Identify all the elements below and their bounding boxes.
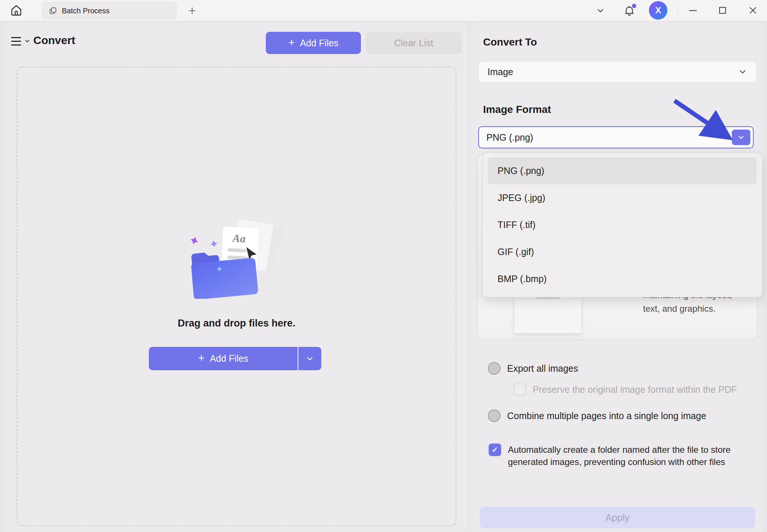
- format-preview-thumbnail: [515, 292, 581, 333]
- add-files-dropdown-button[interactable]: [298, 347, 321, 370]
- minimize-button[interactable]: [684, 4, 702, 17]
- add-files-button-top[interactable]: + Add Files: [266, 32, 361, 54]
- empty-state-illustration: Aa: [187, 219, 287, 299]
- home-icon: [10, 4, 23, 17]
- auto-folder-label: Automatically create a folder named afte…: [508, 444, 745, 468]
- notification-dot: [632, 4, 636, 8]
- chevron-down-icon: [305, 354, 314, 363]
- apply-button[interactable]: Apply: [480, 507, 755, 528]
- format-option-jpeg[interactable]: JPEG (.jpg): [488, 184, 757, 211]
- format-option-bmp[interactable]: BMP (.bmp): [488, 265, 757, 292]
- sidebar-divider: [480, 435, 755, 436]
- batch-process-icon: [48, 6, 57, 15]
- image-format-value: PNG (.png): [486, 132, 533, 143]
- hamburger-menu-icon: [11, 37, 21, 46]
- format-option-png[interactable]: PNG (.png): [488, 157, 757, 184]
- image-format-menu: PNG (.png) JPEG (.jpg) TIFF (.tif) GIF (…: [482, 153, 762, 297]
- apply-label: Apply: [605, 512, 629, 523]
- bell-icon: [623, 4, 636, 17]
- close-button[interactable]: [743, 4, 763, 17]
- add-files-label: Add Files: [210, 353, 248, 364]
- svg-text:Aa: Aa: [232, 232, 246, 245]
- preserve-format-checkbox[interactable]: [514, 384, 526, 396]
- new-tab-button[interactable]: [186, 4, 198, 17]
- preserve-format-label: Preserve the original image format withi…: [533, 384, 737, 395]
- chevron-down-icon: [596, 6, 605, 16]
- maximize-icon: [717, 5, 728, 16]
- check-icon: ✓: [492, 445, 498, 454]
- tab-batch-process[interactable]: Batch Process: [42, 1, 177, 20]
- clear-list-button[interactable]: Clear List: [366, 32, 462, 54]
- image-format-heading: Image Format: [483, 104, 551, 116]
- convert-to-select[interactable]: Image: [478, 61, 757, 83]
- dropzone-text: Drag and drop files here.: [17, 318, 456, 329]
- collapse-toolbar-button[interactable]: [594, 5, 607, 16]
- plus-icon: [187, 6, 197, 16]
- auto-folder-checkbox[interactable]: ✓: [489, 444, 501, 456]
- titlebar: Batch Process X: [0, 0, 767, 21]
- chevron-down-icon: [737, 133, 745, 141]
- sidebar-menu-button[interactable]: [11, 35, 34, 47]
- page-title: Convert: [33, 34, 75, 47]
- chevron-down-icon: [738, 67, 747, 77]
- avatar-letter: X: [655, 5, 661, 16]
- convert-to-value: Image: [488, 67, 513, 77]
- plus-icon: +: [288, 37, 295, 48]
- combine-pages-option: Combine multiple pages into a single lon…: [488, 409, 706, 422]
- combine-pages-radio[interactable]: [488, 409, 500, 422]
- add-files-split-button: + Add Files: [149, 347, 321, 370]
- clear-list-label: Clear List: [394, 38, 433, 48]
- minimize-icon: [687, 5, 699, 16]
- export-all-images-radio[interactable]: [488, 362, 500, 375]
- export-all-images-option: Export all images: [488, 362, 578, 375]
- sparkle-purple: [189, 236, 200, 245]
- chevron-down-icon: [24, 38, 31, 44]
- home-button[interactable]: [8, 2, 24, 19]
- titlebar-divider: [677, 5, 678, 16]
- plus-icon: +: [198, 352, 205, 364]
- convert-to-heading: Convert To: [483, 36, 537, 48]
- format-option-gif[interactable]: GIF (.gif): [488, 238, 757, 265]
- export-all-images-label: Export all images: [507, 363, 578, 374]
- format-option-tiff[interactable]: TIFF (.tif): [488, 211, 757, 238]
- tab-label: Batch Process: [62, 7, 110, 15]
- image-format-select[interactable]: PNG (.png): [478, 126, 754, 148]
- add-files-button-main[interactable]: + Add Files: [149, 347, 298, 370]
- add-files-label: Add Files: [300, 38, 338, 48]
- combine-pages-label: Combine multiple pages into a single lon…: [507, 411, 706, 421]
- preserve-format-option: Preserve the original image format withi…: [514, 384, 737, 396]
- avatar[interactable]: X: [649, 1, 667, 20]
- notifications-button[interactable]: [621, 3, 637, 19]
- close-icon: [748, 5, 758, 16]
- maximize-button[interactable]: [714, 4, 731, 17]
- auto-folder-option: ✓ Automatically create a folder named af…: [489, 444, 756, 468]
- image-format-dropdown-button[interactable]: [732, 130, 750, 145]
